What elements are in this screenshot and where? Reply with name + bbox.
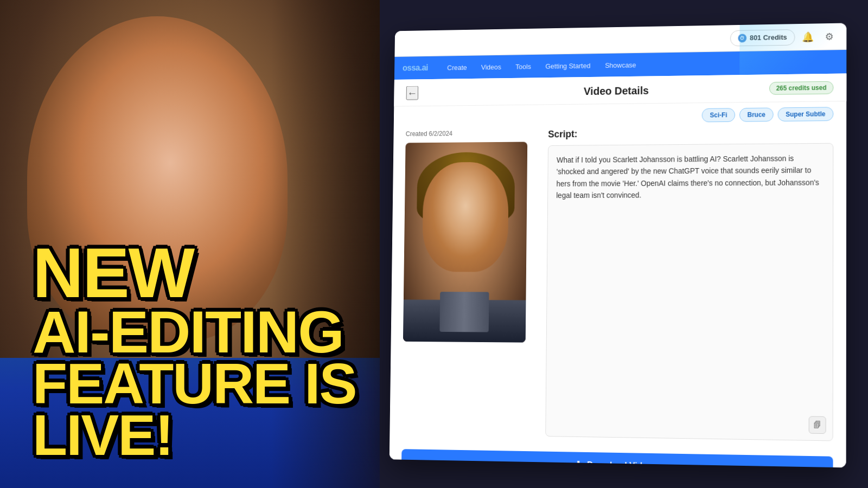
nav-item-getting-started[interactable]: Getting Started: [538, 54, 598, 78]
overlay-line-3: FEATURE IS LIVE!: [33, 358, 467, 461]
nav-item-create[interactable]: Create: [440, 56, 474, 79]
download-icon: ⬇: [575, 459, 582, 467]
notification-icon[interactable]: 🔔: [799, 28, 816, 46]
nav-item-showcase[interactable]: Showcase: [598, 53, 644, 77]
credits-used-badge: 265 credits used: [769, 81, 834, 94]
nav-item-tools[interactable]: Tools: [508, 55, 538, 78]
page-header: ← Video Details 265 credits used: [394, 73, 846, 106]
script-content: What if I told you Scarlett Johansson is…: [556, 152, 824, 202]
script-panel: Script: What if I told you Scarlett Joha…: [545, 126, 833, 441]
credits-icon: ⏱: [738, 34, 746, 42]
tag-super-subtle[interactable]: Super Subtle: [777, 107, 833, 121]
credits-badge[interactable]: ⏱ 801 Credits: [730, 29, 795, 46]
nav-logo[interactable]: ossa.ai: [403, 63, 428, 73]
overlay-line-1: NEW: [33, 241, 467, 305]
overlay-line-2: AI-EDITING: [33, 305, 467, 358]
credits-amount: 801 Credits: [750, 33, 787, 42]
app-topbar: ⏱ 801 Credits 🔔 ⚙: [394, 23, 846, 56]
script-label: Script:: [548, 126, 833, 140]
download-label: Download Video: [587, 460, 652, 467]
copy-icon[interactable]: 🗐: [809, 416, 826, 434]
overlay-text-container: NEW AI-EDITING FEATURE IS LIVE!: [33, 241, 467, 461]
nav-item-videos[interactable]: Videos: [474, 55, 509, 79]
tag-sci-fi[interactable]: Sci-Fi: [702, 108, 735, 122]
created-label: Created 6/2/2024: [406, 129, 538, 138]
tag-bruce[interactable]: Bruce: [739, 107, 774, 121]
back-button[interactable]: ←: [406, 86, 419, 100]
script-box: What if I told you Scarlett Johansson is…: [545, 143, 833, 441]
settings-icon[interactable]: ⚙: [821, 28, 838, 45]
